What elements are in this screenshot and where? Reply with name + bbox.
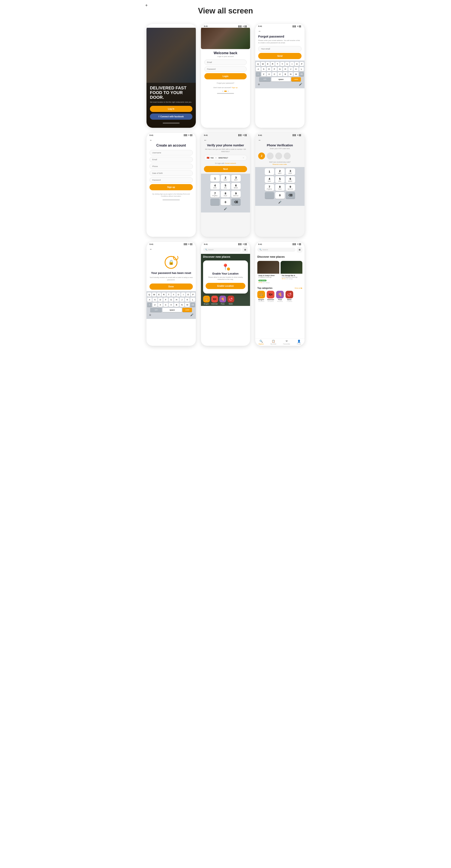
key-r[interactable]: R [271,62,275,66]
password-input[interactable] [149,177,193,183]
key-y[interactable]: Y [280,62,284,66]
key-k[interactable]: K [293,67,298,71]
key-n[interactable]: N [288,72,293,76]
resend-link[interactable]: Resend a new code. [258,163,302,165]
pad-key-0[interactable]: 0 [275,192,285,199]
search-bar[interactable]: 🔍 Search [257,248,295,252]
top-cat-burgers[interactable]: 🍔 Burgers 135 places [257,291,265,302]
enable-location-button[interactable]: Enable Location [206,283,246,289]
pad-key-7[interactable]: 7PQRS [265,184,274,191]
key-label[interactable]: Label [182,308,192,312]
nav-profile[interactable]: 👤 Profile [297,340,301,345]
key-label[interactable]: Label [291,77,301,82]
pad-key-2[interactable]: 2ABC [275,168,285,175]
key-b[interactable]: B [283,72,288,76]
signup-button[interactable]: Sign up [149,184,193,190]
otp-digit-3[interactable] [275,153,282,159]
next-button[interactable]: Next [204,166,247,172]
key-q[interactable]: Q [147,292,151,297]
key-w[interactable]: W [152,292,156,297]
key-a[interactable]: A [147,298,152,302]
pad-key-8[interactable]: 8TUV [221,191,230,197]
clear-icon[interactable]: ✕ [243,157,244,159]
phone-input-row[interactable]: 🇻🇳 +84 ▾ 905070017 ✕ [204,155,247,161]
filter-button[interactable]: ⊞ [243,247,248,253]
back-button[interactable]: ← [149,138,193,142]
username-input[interactable] [149,150,193,156]
pad-key-1[interactable]: 1 [265,168,274,175]
key-s[interactable]: S [261,67,266,71]
key-shift[interactable]: ⇧ [256,72,260,76]
key-i[interactable]: I [290,62,294,66]
key-m[interactable]: M [185,303,190,307]
key-j[interactable]: J [179,298,184,302]
forgot-password-link[interactable]: Forgot your password? [204,82,247,84]
category-barbe[interactable]: 🥩 Barbe [227,296,234,305]
pad-key-9[interactable]: 9WXYZ [286,184,295,191]
pad-key-1[interactable]: 1 [210,175,220,182]
key-f[interactable]: F [163,298,168,302]
key-v[interactable]: V [278,72,282,76]
search-bar[interactable]: 🔍 Search [203,248,241,252]
key-delete[interactable]: ⌫ [299,72,304,76]
key-h[interactable]: H [174,298,179,302]
key-f[interactable]: F [272,67,277,71]
key-z[interactable]: Z [261,72,266,76]
key-u[interactable]: U [176,292,181,297]
key-u[interactable]: U [285,62,289,66]
key-l[interactable]: L [299,67,304,71]
key-d[interactable]: D [267,67,272,71]
dob-input[interactable] [149,170,193,176]
key-a[interactable]: A [256,67,260,71]
key-space[interactable]: space [272,77,291,82]
key-space[interactable]: space [163,308,182,312]
top-cat-american[interactable]: 🍽 American 142 places [267,291,274,302]
key-z[interactable]: Z [152,303,157,307]
send-button[interactable]: Send [258,53,302,59]
key-t[interactable]: T [167,292,171,297]
key-g[interactable]: G [169,298,173,302]
key-s[interactable]: S [152,298,157,302]
key-e[interactable]: E [266,62,270,66]
pad-key-delete[interactable]: ⌫ [286,192,295,199]
key-y[interactable]: Y [171,292,176,297]
pad-key-5[interactable]: 5JKL [275,176,285,183]
pad-key-6[interactable]: 6MNO [286,176,295,183]
back-button[interactable]: ← [204,138,247,142]
login-button[interactable]: Log In [150,106,192,112]
login-submit-button[interactable]: Login [204,73,247,80]
key-mic[interactable]: 🎤 [297,82,304,86]
pad-key-8[interactable]: 8TUV [275,184,285,191]
email-input[interactable] [204,60,247,65]
key-x[interactable]: X [267,72,272,76]
phone-input[interactable] [149,164,193,169]
category-pizza[interactable]: 🍕 Pizza [219,296,226,305]
email-input[interactable] [258,46,302,52]
key-p[interactable]: P [191,292,195,297]
key-i[interactable]: I [181,292,185,297]
key-h[interactable]: H [283,67,288,71]
key-j[interactable]: J [288,67,293,71]
pad-key-delete[interactable]: ⌫ [231,198,241,206]
nav-my-order[interactable]: 📋 My order [271,340,277,345]
pad-key-5[interactable]: 5JKL [221,183,230,190]
otp-digit-2[interactable] [267,153,274,159]
category-american[interactable]: 🍽 American [211,296,218,305]
key-k[interactable]: K [185,298,190,302]
password-input[interactable] [204,66,247,72]
key-c[interactable]: C [163,303,168,307]
nav-explore[interactable]: 🔍 Explore [259,340,264,345]
key-v[interactable]: V [169,303,173,307]
pad-key-0[interactable]: 0 [221,198,230,206]
facebook-button[interactable]: f Connect with facebook [150,114,192,120]
pad-key-9[interactable]: 9WXYZ [231,191,241,197]
top-cat-pizza[interactable]: 🍕 Pizza 98 places [276,291,284,302]
pad-key-6[interactable]: 6MNO [231,183,241,190]
key-g[interactable]: G [278,67,282,71]
pad-key-7[interactable]: 7PQRS [210,191,220,197]
otp-digit-1[interactable]: 2 [258,153,265,159]
key-l[interactable]: L [190,298,195,302]
pad-key-2[interactable]: 2ABC [221,175,230,182]
back-button[interactable]: ← [258,29,302,33]
back-button[interactable]: ← [149,247,152,251]
